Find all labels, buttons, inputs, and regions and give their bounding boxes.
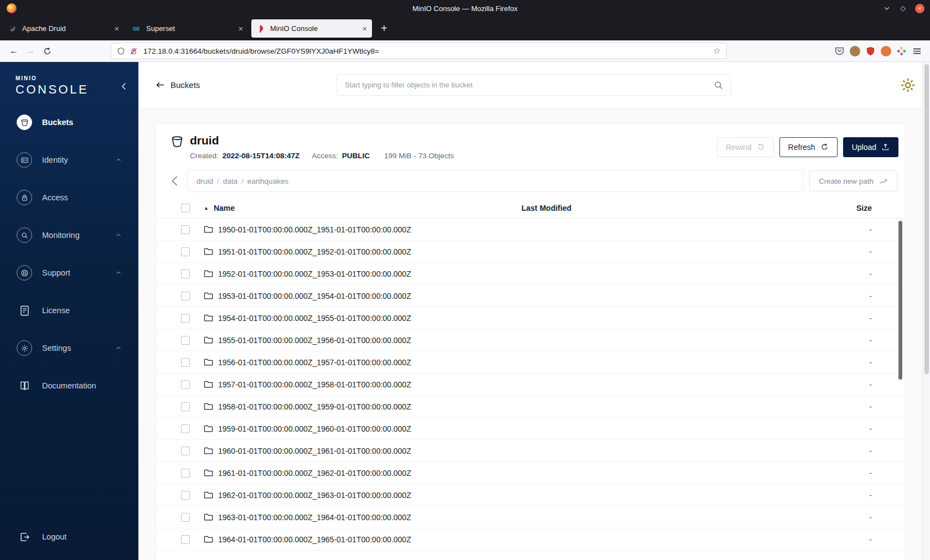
table-row[interactable]: 1963-01-01T00:00:00.000Z_1964-01-01T00:0…: [156, 506, 905, 528]
refresh-button[interactable]: Refresh: [779, 137, 838, 157]
bookmark-star-icon[interactable]: ☆: [714, 46, 721, 56]
rewind-button[interactable]: Rewind: [717, 137, 774, 157]
table-row[interactable]: 1958-01-01T00:00:00.000Z_1959-01-01T00:0…: [156, 396, 905, 418]
tracking-shield-icon[interactable]: [117, 47, 125, 55]
extension-icon[interactable]: [896, 46, 907, 56]
new-tab-button[interactable]: +: [375, 22, 393, 35]
ublock-icon[interactable]: [865, 46, 876, 56]
back-button[interactable]: ←: [6, 43, 22, 59]
sidebar-item-support[interactable]: Support: [0, 254, 138, 292]
table-row[interactable]: 1957-01-01T00:00:00.000Z_1958-01-01T00:0…: [156, 374, 905, 396]
sidebar-item-settings[interactable]: Settings: [0, 329, 138, 367]
row-checkbox[interactable]: [181, 380, 190, 389]
window-close-icon[interactable]: ×: [915, 4, 924, 13]
minio-logo: MINIO CONSOLE: [0, 62, 138, 97]
object-name[interactable]: 1962-01-01T00:00:00.000Z_1963-01-01T00:0…: [218, 491, 411, 500]
browser-tab-superset[interactable]: Superset ×: [127, 19, 248, 38]
insecure-lock-icon[interactable]: [130, 47, 138, 55]
object-name[interactable]: 1957-01-01T00:00:00.000Z_1958-01-01T00:0…: [218, 380, 411, 389]
sidebar-item-buckets[interactable]: Buckets: [0, 103, 138, 141]
page-scrollbar-thumb[interactable]: [924, 64, 929, 374]
forward-button[interactable]: →: [22, 43, 39, 59]
table-scrollbar-thumb[interactable]: [898, 221, 902, 380]
select-all-checkbox[interactable]: [181, 204, 190, 212]
breadcrumb-item[interactable]: druid: [197, 177, 213, 185]
column-header-name[interactable]: ▲ Name: [195, 204, 521, 212]
hamburger-menu-icon[interactable]: [912, 46, 922, 56]
browser-toolbar: ← → 172.18.0.4:31664/buckets/druid/brows…: [0, 40, 930, 62]
table-row[interactable]: 1960-01-01T00:00:00.000Z_1961-01-01T00:0…: [156, 440, 905, 462]
browser-tab-apache-druid[interactable]: Apache Druid ×: [3, 19, 124, 38]
gear-icon[interactable]: [900, 77, 916, 93]
tab-close-icon[interactable]: ×: [363, 24, 367, 33]
sidebar-item-identity[interactable]: Identity: [0, 141, 138, 179]
table-row[interactable]: 1950-01-01T00:00:00.000Z_1951-01-01T00:0…: [156, 219, 905, 241]
object-name[interactable]: 1952-01-01T00:00:00.000Z_1953-01-01T00:0…: [218, 269, 411, 278]
table-row[interactable]: 1952-01-01T00:00:00.000Z_1953-01-01T00:0…: [156, 263, 905, 285]
table-row[interactable]: 1962-01-01T00:00:00.000Z_1963-01-01T00:0…: [156, 484, 905, 506]
row-checkbox[interactable]: [181, 402, 190, 411]
object-name[interactable]: 1951-01-01T00:00:00.000Z_1952-01-01T00:0…: [218, 247, 411, 256]
url-text[interactable]: 172.18.0.4:31664/buckets/druid/browse/ZG…: [143, 47, 709, 55]
object-name[interactable]: 1953-01-01T00:00:00.000Z_1954-01-01T00:0…: [218, 292, 411, 300]
row-checkbox[interactable]: [181, 269, 190, 278]
tab-close-icon[interactable]: ×: [239, 24, 243, 33]
sidebar-item-label: Documentation: [42, 381, 96, 390]
object-name[interactable]: 1954-01-01T00:00:00.000Z_1955-01-01T00:0…: [218, 314, 411, 323]
sidebar-item-monitoring[interactable]: Monitoring: [0, 216, 138, 254]
row-checkbox[interactable]: [181, 491, 190, 500]
pocket-icon[interactable]: [834, 46, 845, 56]
create-new-path-button[interactable]: Create new path: [809, 170, 897, 191]
sidebar-item-documentation[interactable]: Documentation: [0, 367, 138, 405]
sidebar-item-access[interactable]: Access: [0, 179, 138, 216]
search-input[interactable]: [337, 81, 714, 89]
table-row[interactable]: 1954-01-01T00:00:00.000Z_1955-01-01T00:0…: [156, 307, 905, 329]
page-scrollbar[interactable]: [922, 62, 930, 560]
row-checkbox[interactable]: [181, 535, 190, 544]
folder-icon: [204, 291, 213, 300]
object-name[interactable]: 1955-01-01T00:00:00.000Z_1956-01-01T00:0…: [218, 336, 411, 345]
row-checkbox[interactable]: [181, 513, 190, 522]
row-checkbox[interactable]: [181, 469, 190, 478]
tab-close-icon[interactable]: ×: [115, 24, 119, 33]
path-back-icon[interactable]: [168, 174, 182, 188]
account-avatar-icon[interactable]: [850, 46, 860, 56]
object-name[interactable]: 1959-01-01T00:00:00.000Z_1960-01-01T00:0…: [218, 424, 411, 433]
row-checkbox[interactable]: [181, 447, 190, 455]
sidebar-item-logout[interactable]: Logout: [0, 520, 138, 553]
row-checkbox[interactable]: [181, 225, 190, 234]
row-checkbox[interactable]: [181, 292, 190, 300]
browser-tab-minio-console[interactable]: MinIO Console ×: [251, 19, 372, 38]
object-name[interactable]: 1963-01-01T00:00:00.000Z_1964-01-01T00:0…: [218, 513, 411, 522]
table-row[interactable]: 1961-01-01T00:00:00.000Z_1962-01-01T00:0…: [156, 462, 905, 484]
object-name[interactable]: 1950-01-01T00:00:00.000Z_1951-01-01T00:0…: [218, 225, 411, 234]
table-row[interactable]: 1953-01-01T00:00:00.000Z_1954-01-01T00:0…: [156, 285, 905, 307]
upload-button[interactable]: Upload: [843, 137, 898, 157]
object-name[interactable]: 1961-01-01T00:00:00.000Z_1962-01-01T00:0…: [218, 469, 411, 478]
profile-avatar-icon[interactable]: [881, 46, 891, 56]
window-menu-icon[interactable]: [883, 4, 891, 12]
table-row[interactable]: 1956-01-01T00:00:00.000Z_1957-01-01T00:0…: [156, 351, 905, 374]
sidebar-item-label: Identity: [42, 155, 68, 164]
table-row[interactable]: 1959-01-01T00:00:00.000Z_1960-01-01T00:0…: [156, 418, 905, 440]
row-checkbox[interactable]: [181, 314, 190, 323]
row-checkbox[interactable]: [181, 336, 190, 345]
object-name[interactable]: 1958-01-01T00:00:00.000Z_1959-01-01T00:0…: [218, 402, 411, 411]
reload-button[interactable]: [39, 43, 55, 59]
row-checkbox[interactable]: [181, 247, 190, 256]
sidebar-item-license[interactable]: License: [0, 292, 138, 329]
url-bar[interactable]: 172.18.0.4:31664/buckets/druid/browse/ZG…: [111, 43, 727, 59]
object-name[interactable]: 1956-01-01T00:00:00.000Z_1957-01-01T00:0…: [218, 358, 411, 367]
table-row[interactable]: 1951-01-01T00:00:00.000Z_1952-01-01T00:0…: [156, 241, 905, 263]
row-checkbox[interactable]: [181, 358, 190, 367]
table-row[interactable]: 1964-01-01T00:00:00.000Z_1965-01-01T00:0…: [156, 528, 905, 551]
buckets-back-link[interactable]: Buckets: [156, 62, 200, 108]
object-name[interactable]: 1960-01-01T00:00:00.000Z_1961-01-01T00:0…: [218, 447, 411, 455]
maximize-icon[interactable]: ◇: [899, 4, 907, 12]
table-row[interactable]: 1955-01-01T00:00:00.000Z_1956-01-01T00:0…: [156, 329, 905, 351]
breadcrumb-item[interactable]: earthquakes: [247, 177, 288, 185]
row-checkbox[interactable]: [181, 424, 190, 433]
object-name[interactable]: 1964-01-01T00:00:00.000Z_1965-01-01T00:0…: [218, 535, 411, 544]
sidebar-collapse-icon[interactable]: [120, 82, 128, 91]
breadcrumb-item[interactable]: data: [223, 177, 237, 185]
